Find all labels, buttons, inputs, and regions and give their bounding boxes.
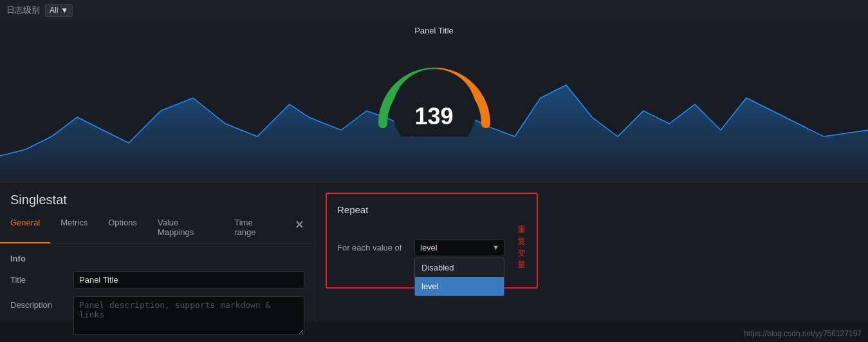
- chart-area: Panel Title 139: [0, 21, 868, 182]
- form-area: Info Title Description Transparent: [0, 243, 315, 342]
- title-input[interactable]: [73, 271, 304, 289]
- repeat-title: Repeat: [337, 204, 526, 215]
- bottom-panel: Singlestat General Metrics Options Value…: [0, 182, 868, 322]
- description-input[interactable]: [73, 296, 304, 335]
- repeat-row: For each value of Disabled level ▼ Disab…: [337, 224, 526, 271]
- repeat-dropdown-wrapper: Disabled level ▼ Disabled level: [414, 239, 504, 256]
- title-label: Title: [10, 271, 68, 285]
- tabs-row: General Metrics Options Value Mappings T…: [0, 213, 315, 243]
- section-title: Info: [10, 254, 304, 263]
- top-bar: 日志级别 All ▼: [0, 0, 868, 21]
- tab-metrics[interactable]: Metrics: [50, 213, 98, 243]
- repeat-dropdown-menu: Disabled level: [414, 258, 504, 296]
- repeat-for-each-label: For each value of: [337, 243, 408, 252]
- log-level-arrow: ▼: [60, 6, 68, 15]
- repeat-dropdown[interactable]: Disabled level: [414, 239, 504, 256]
- gauge-value: 139: [414, 103, 453, 130]
- tab-general[interactable]: General: [0, 213, 50, 243]
- tab-options[interactable]: Options: [98, 213, 147, 243]
- log-level-dropdown[interactable]: All ▼: [45, 4, 73, 17]
- log-level-value: All: [50, 6, 58, 15]
- dropdown-item-level[interactable]: level: [415, 277, 504, 296]
- description-label: Description: [10, 296, 68, 310]
- description-row: Description: [10, 296, 304, 335]
- gauge-container: 139: [364, 33, 505, 137]
- watermark: https://blog.csdn.net/yy756127197: [744, 329, 862, 338]
- close-button[interactable]: ✕: [284, 213, 315, 243]
- repeat-variable-label: 重复变量: [517, 224, 526, 271]
- panel-type-label: Singlestat: [0, 193, 315, 213]
- right-column: Repeat For each value of Disabled level …: [315, 182, 868, 322]
- tab-value-mappings[interactable]: Value Mappings: [147, 213, 224, 243]
- repeat-box: Repeat For each value of Disabled level …: [326, 193, 538, 289]
- dropdown-item-disabled[interactable]: Disabled: [415, 258, 504, 277]
- title-row: Title: [10, 271, 304, 289]
- log-level-label: 日志级别: [6, 5, 40, 16]
- tab-time-range[interactable]: Time range: [224, 213, 284, 243]
- left-column: Singlestat General Metrics Options Value…: [0, 182, 315, 322]
